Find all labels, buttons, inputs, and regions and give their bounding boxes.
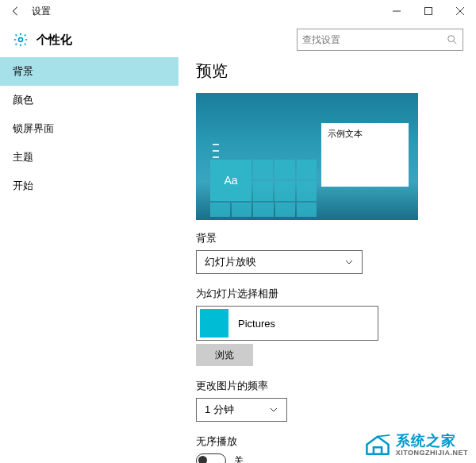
watermark-name: 系统之家 (396, 433, 456, 449)
sidebar-item-colors[interactable]: 颜色 (0, 86, 178, 114)
shuffle-toggle[interactable] (196, 453, 226, 463)
sidebar-item-start[interactable]: 开始 (0, 172, 178, 200)
page-title: 个性化 (36, 33, 72, 48)
album-thumbnail (200, 309, 228, 338)
album-name: Pictures (238, 318, 275, 330)
chevron-down-icon (269, 405, 278, 415)
window-title: 设置 (32, 5, 51, 18)
preview-sample-window: 示例文本 (321, 123, 409, 187)
chevron-down-icon (344, 257, 354, 267)
sidebar: 背景 颜色 锁屏界面 主题 开始 (0, 57, 178, 463)
search-input[interactable]: 查找设置 (297, 29, 463, 51)
desktop-preview: Aa 示例文本 (196, 93, 418, 220)
svg-rect-1 (425, 8, 432, 15)
preview-heading: 预览 (196, 60, 459, 82)
svg-point-4 (19, 38, 23, 42)
watermark-url: XITONGZHIJIA.NET (396, 449, 468, 457)
search-placeholder: 查找设置 (302, 33, 447, 47)
frequency-label: 更改图片的频率 (196, 379, 459, 393)
sidebar-item-background[interactable]: 背景 (0, 57, 178, 86)
sidebar-item-lockscreen[interactable]: 锁屏界面 (0, 114, 178, 143)
back-button[interactable] (6, 2, 25, 21)
gear-icon (13, 32, 29, 48)
watermark-logo-icon (364, 432, 391, 456)
preview-tile-text: Aa (210, 160, 251, 201)
sidebar-item-themes[interactable]: 主题 (0, 143, 178, 172)
background-label: 背景 (196, 231, 459, 245)
search-icon (447, 34, 458, 45)
frequency-value: 1 分钟 (205, 403, 234, 417)
shuffle-state: 关 (234, 454, 244, 464)
svg-point-5 (448, 36, 455, 42)
svg-line-6 (454, 41, 457, 44)
background-value: 幻灯片放映 (205, 255, 256, 269)
watermark: 系统之家 XITONGZHIJIA.NET (364, 431, 468, 457)
close-button[interactable] (444, 0, 476, 22)
frequency-dropdown[interactable]: 1 分钟 (196, 398, 287, 422)
album-selection[interactable]: Pictures (196, 306, 378, 341)
album-label: 为幻灯片选择相册 (196, 287, 459, 301)
minimize-button[interactable] (381, 0, 413, 22)
maximize-button[interactable] (413, 0, 444, 22)
background-dropdown[interactable]: 幻灯片放映 (196, 250, 363, 274)
browse-button[interactable]: 浏览 (196, 344, 253, 366)
